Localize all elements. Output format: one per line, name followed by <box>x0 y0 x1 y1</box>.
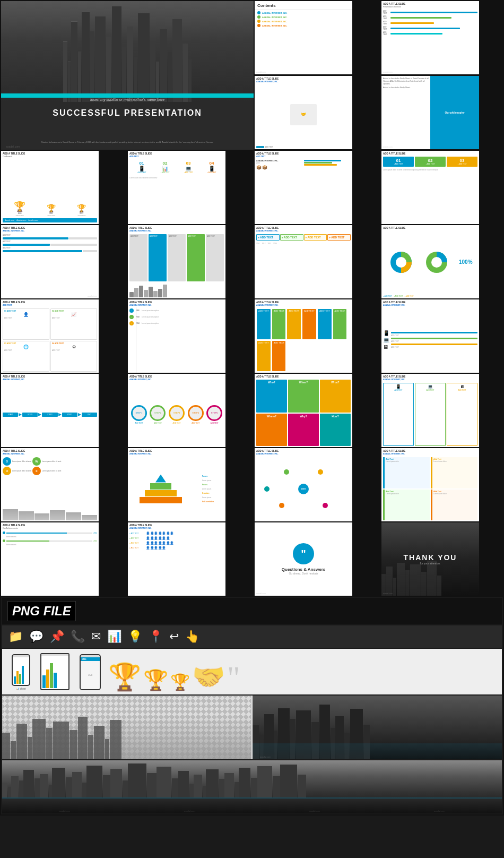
hero-watermark: asadal.com <box>6 145 20 148</box>
pie-slide: ADD A TITLE SLIDE 100% <box>381 225 479 298</box>
thankyou-subtitle: for your attention. <box>404 562 457 565</box>
data-chart-slide: ADD A TITLE SLIDE ADD TEXT ASADAL INTERN… <box>255 151 352 224</box>
timeline-v-slide: ADD A TITLE SLIDE ASADAL INTERNET, INC. … <box>128 299 225 373</box>
phone-icon: 📞 <box>71 630 85 644</box>
svg-point-1 <box>396 257 406 268</box>
trophy-small-icon: 🏆 <box>170 674 190 690</box>
hero-desc: Started its business in Seoul Korea in F… <box>14 141 241 144</box>
circles-slide: ADD A TITLE SLIDE ASADAL INTERNET, INC. … <box>128 374 225 447</box>
timeline-slide: ADD A TITLE SLIDE Presentation Timeline … <box>381 1 479 74</box>
enter-icon: ↩ <box>169 630 179 644</box>
location-icon: 📍 <box>149 630 163 644</box>
company-boxes-slide: ADD A TITLE SLIDE ASADAL INTERNET, INC. … <box>381 374 479 447</box>
contents-watermark: asadal.com <box>256 71 266 73</box>
contents-slide: Contents ASADAL INTERNET, INC. ASADAL IN… <box>255 1 352 74</box>
hero-subtitle: Insert my subtitle or main author's name… <box>1 98 254 101</box>
slide-3-title: ADD A TITLE SLIDE <box>255 76 352 81</box>
colored-cols-slide: ADD A TITLE SLIDE ASADAL INTERNET, INC. … <box>128 225 225 298</box>
steps-slide: ADD A TITLE SLIDE ADD TEXT 01 📱 + ADD TE… <box>128 151 225 224</box>
swot-slide: ADD A TITLE SLIDE ASADAL INTERNET, INC. … <box>1 448 99 521</box>
handshake-icon: 🤝 <box>192 664 225 690</box>
contents-item-2: ASADAL INTERNET, INC. <box>262 16 287 19</box>
network-slide: ADD A TITLE SLIDE ASADAL INTERNET, INC. … <box>255 448 352 521</box>
5w1h-slide: ADD A TITLE SLIDE Who? When? What? Where… <box>255 374 352 447</box>
qa-subtitle: Go ahead, Don't hesitate <box>282 572 325 575</box>
hand-icon: 👆 <box>185 630 199 644</box>
qa-slide: " Questions & Answers Go ahead, Don't he… <box>255 522 352 596</box>
process-slide: ADD A TITLE SLIDE ASADAL INTERNET, INC. … <box>1 374 99 447</box>
idea-icon: 💡 <box>128 630 142 644</box>
folder-icon: 📁 <box>8 630 23 644</box>
png-header: PNG FILE <box>2 598 502 624</box>
achievements-slide: ADD A TITLE SLIDE Our Achievements 2014 … <box>1 522 99 596</box>
quote-icon: " <box>227 665 240 690</box>
multicol-slide: ADD A TITLE SLIDE ASADAL INTERNET, INC. … <box>255 225 352 298</box>
devices-slide: ADD A TITLE SLIDE ASADAL INTERNET, INC. … <box>381 299 479 373</box>
contents-title: Contents <box>255 1 352 10</box>
progress-slide: ADD A TITLE SLIDE ASADAL INTERNET, INC. … <box>1 225 99 298</box>
qa-title: Questions & Answers <box>282 567 325 572</box>
people-slide: ADD A TITLE SLIDE ASADAL INTERNET, INC. … <box>128 522 225 596</box>
city-left-checkered <box>2 696 251 759</box>
contents-item-1: ASADAL INTERNET, INC. <box>262 12 287 14</box>
hero-slide: Insert my subtitle or main author's name… <box>1 1 254 150</box>
tags-grid-slide: ADD A TITLE SLIDE ASADAL INTERNET, INC. … <box>255 299 352 373</box>
info-boxes-slide: ADD A TITLE SLIDE ASADAL INTERNET, INC. … <box>381 448 479 521</box>
pyramid-slide: ADD A TITLE SLIDE ASADAL INTERNET, INC. … <box>128 448 225 521</box>
svg-point-3 <box>431 257 442 268</box>
awards-slide: ADD A TITLE SLIDE Our Awards 🏆 2008 Awar… <box>1 151 99 224</box>
trophy-medium-icon: 🏆 <box>143 670 168 690</box>
assets-row-1: 📊 chart SMS <box>2 649 502 694</box>
cards-icons-slide: ADD A TITLE SLIDE ADD TEXT 01 ADD TEXT 👤… <box>1 299 99 373</box>
hero-title: SUCCESSFUL PRESENTATION <box>1 108 254 118</box>
city-panorama: asadal.com asadal.com asadal.com asadal.… <box>2 760 502 813</box>
timeline-title: ADD A TITLE SLIDE <box>381 1 479 6</box>
icons-strip: 📁 💬 📌 📞 ✉ 📊 💡 📍 ↩ 👆 <box>2 625 502 648</box>
trophy-large-icon: 🏆 <box>108 664 141 690</box>
thankyou-slide: THANK YOU for your attention. asadal.com <box>381 522 479 596</box>
city-right-dark: asadal.com <box>253 696 502 759</box>
pin-icon: 📌 <box>50 630 64 644</box>
philosophy-slide: Added or Inserted a Study Sheet of Detai… <box>381 76 479 149</box>
thankyou-title: THANK YOU <box>404 553 457 562</box>
contents-item-4: ASADAL INTERNET, INC. <box>262 24 287 27</box>
handshake-slide: ADD A TITLE SLIDE ASADAL INTERNET, INC. … <box>255 76 352 149</box>
chat-icon: 💬 <box>29 630 44 644</box>
png-label: PNG FILE <box>7 601 76 621</box>
city-strips: asadal.com <box>2 696 502 759</box>
mail-icon: ✉ <box>91 630 101 644</box>
contents-item-3: ASADAL INTERNET, INC. <box>262 20 287 23</box>
chart-icon: 📊 <box>107 630 121 644</box>
numbers-slide: ADD A TITLE SLIDE 01 + ADD TEXT 02 + ADD… <box>381 151 479 224</box>
